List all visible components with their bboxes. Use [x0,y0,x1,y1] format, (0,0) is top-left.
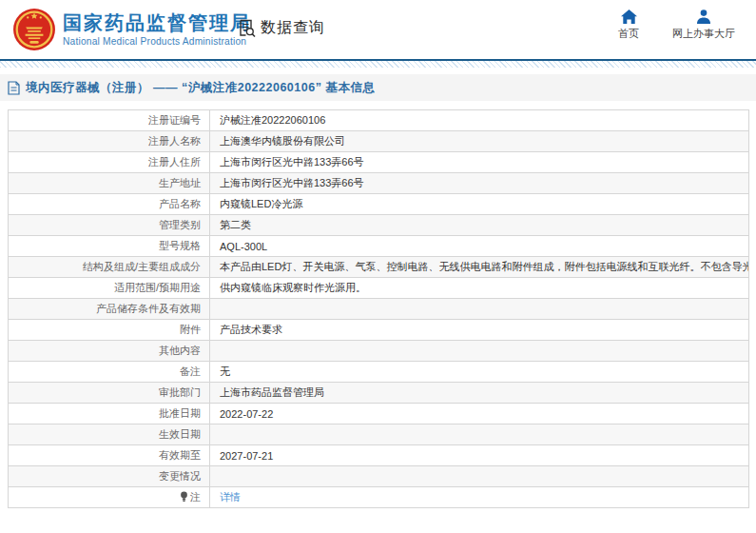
data-query-label: 数据查询 [261,18,325,38]
info-table: 注册证编号沪械注准20222060106注册人名称上海澳华内镜股份有限公司注册人… [8,109,749,508]
row-value: 上海市药品监督管理局 [210,383,749,404]
home-link[interactable]: 首页 [615,10,642,41]
row-value: 上海市闵行区光中路133弄66号 [210,173,749,194]
row-value: 2027-07-21 [210,445,749,466]
page-title: 境内医疗器械（注册） —— “沪械注准20222060106” 基本信息 [26,80,375,96]
row-label: 注册人住所 [9,152,210,173]
topbar-right: 首页 网上办事大厅 [615,10,735,41]
table-row: 审批部门上海市药品监督管理局 [9,383,749,404]
row-label: 结构及组成/主要组成成分 [9,257,210,278]
table-row: 附件产品技术要求 [9,320,749,341]
detail-link[interactable]: 详情 [220,491,241,503]
page-title-bar: 境内医疗器械（注册） —— “沪械注准20222060106” 基本信息 [0,74,756,101]
table-row: 批准日期2022-07-22 [9,404,749,424]
row-value: AQL-300L [210,236,749,257]
home-label: 首页 [618,27,639,41]
row-label: 批准日期 [9,404,210,424]
row-label: 产品名称 [9,194,210,215]
row-label: 产品储存条件及有效期 [9,299,210,320]
table-row: 生效日期 [9,424,749,445]
table-row: 变更情况 [9,466,749,487]
service-hall-label: 网上办事大厅 [672,27,735,41]
row-label: 附件 [9,320,210,341]
table-row: 结构及组成/主要组成成分本产品由LED灯、开关电源、气泵、控制电路、无线供电电路… [9,257,749,278]
table-row: 生产地址上海市闵行区光中路133弄66号 [9,173,749,194]
person-icon [696,10,711,24]
row-value: 产品技术要求 [210,320,749,341]
row-label: 适用范围/预期用途 [9,278,210,299]
row-label: 生效日期 [9,424,210,445]
row-value: 上海澳华内镜股份有限公司 [210,131,749,152]
row-value: 沪械注准20222060106 [210,110,749,131]
table-row: 管理类别第二类 [9,215,749,236]
row-value: 上海市闵行区光中路133弄66号 [210,152,749,173]
row-value: 无 [210,362,749,383]
table-row: 型号规格AQL-300L [9,236,749,257]
table-row: 其他内容 [9,341,749,362]
row-value: 详情 [210,487,749,508]
page-icon [8,81,20,95]
row-value: 2022-07-22 [210,404,749,424]
service-hall-link[interactable]: 网上办事大厅 [672,10,735,41]
row-label: 型号规格 [9,236,210,257]
row-label: 备注 [9,362,210,383]
org-name-en: National Medical Products Administration [63,35,251,49]
table-row: 注册证编号沪械注准20222060106 [9,110,749,131]
table-row: 注详情 [9,487,749,508]
row-value [210,299,749,320]
brand-text: 国家药品监督管理局 National Medical Products Admi… [63,11,251,49]
table-row: 有效期至2027-07-21 [9,445,749,466]
table-row: 备注无 [9,362,749,383]
data-query-nav[interactable]: 数据查询 [237,18,325,38]
row-value: 供内窥镜临床观察时作光源用。 [210,278,749,299]
table-row: 产品名称内窥镜LED冷光源 [9,194,749,215]
bulb-icon [180,491,190,503]
row-value [210,424,749,445]
row-label: 注册人名称 [9,131,210,152]
row-label: 注册证编号 [9,110,210,131]
row-value: 第二类 [210,215,749,236]
row-label: 其他内容 [9,341,210,362]
row-value: 内窥镜LED冷光源 [210,194,749,215]
org-name-cn: 国家药品监督管理局 [63,11,251,34]
row-label: 有效期至 [9,445,210,466]
row-value [210,341,749,362]
row-value: 本产品由LED灯、开关电源、气泵、控制电路、无线供电电路和附件组成，附件包括电源… [210,257,749,278]
table-row: 注册人名称上海澳华内镜股份有限公司 [9,131,749,152]
brand-logo[interactable]: 国家药品监督管理局 National Medical Products Admi… [12,6,251,53]
row-label: 审批部门 [9,383,210,404]
row-label: 注 [9,487,210,508]
stripe-band [0,61,756,68]
table-row: 注册人住所上海市闵行区光中路133弄66号 [9,152,749,173]
row-label: 生产地址 [9,173,210,194]
national-emblem-icon [12,6,56,53]
table-row: 产品储存条件及有效期 [9,299,749,320]
row-value [210,466,749,487]
site-header: 国家药品监督管理局 National Medical Products Admi… [0,0,756,59]
row-label: 变更情况 [9,466,210,487]
row-label: 管理类别 [9,215,210,236]
document-search-icon [237,18,257,38]
home-icon [621,10,637,24]
table-row: 适用范围/预期用途供内窥镜临床观察时作光源用。 [9,278,749,299]
